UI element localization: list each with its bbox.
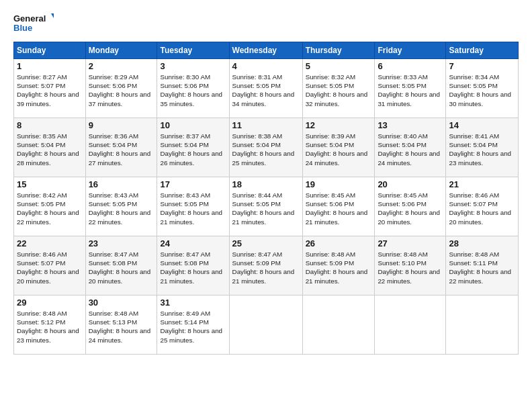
calendar-cell: 11Sunrise: 8:38 AMSunset: 5:04 PMDayligh… — [229, 118, 302, 177]
day-number: 11 — [232, 120, 300, 130]
calendar-cell: 5Sunrise: 8:32 AMSunset: 5:05 PMDaylight… — [302, 59, 375, 118]
calendar-cell: 28Sunrise: 8:48 AMSunset: 5:11 PMDayligh… — [446, 236, 519, 295]
day-info: Sunrise: 8:33 AMSunset: 5:05 PMDaylight:… — [378, 73, 443, 108]
day-number: 23 — [89, 238, 154, 248]
calendar-body: 1Sunrise: 8:27 AMSunset: 5:07 PMDaylight… — [14, 59, 519, 355]
calendar-cell: 6Sunrise: 8:33 AMSunset: 5:05 PMDaylight… — [375, 59, 446, 118]
day-info: Sunrise: 8:41 AMSunset: 5:04 PMDaylight:… — [449, 132, 515, 167]
calendar-cell: 23Sunrise: 8:47 AMSunset: 5:08 PMDayligh… — [85, 236, 157, 295]
weekday-thursday: Thursday — [302, 42, 375, 59]
day-info: Sunrise: 8:32 AMSunset: 5:05 PMDaylight:… — [306, 73, 372, 108]
calendar-cell: 31Sunrise: 8:49 AMSunset: 5:14 PMDayligh… — [157, 295, 229, 355]
svg-text:General: General — [13, 13, 46, 24]
calendar-cell: 3Sunrise: 8:30 AMSunset: 5:06 PMDaylight… — [157, 59, 229, 118]
calendar-cell: 15Sunrise: 8:42 AMSunset: 5:05 PMDayligh… — [14, 177, 86, 236]
day-number: 17 — [160, 179, 226, 189]
day-number: 20 — [378, 179, 443, 189]
calendar-cell — [229, 295, 302, 355]
day-info: Sunrise: 8:35 AMSunset: 5:04 PMDaylight:… — [17, 132, 83, 167]
day-number: 4 — [232, 61, 300, 71]
logo: General Blue — [13, 11, 54, 35]
day-info: Sunrise: 8:43 AMSunset: 5:05 PMDaylight:… — [89, 191, 154, 226]
calendar-cell: 22Sunrise: 8:46 AMSunset: 5:07 PMDayligh… — [14, 236, 86, 295]
day-number: 3 — [160, 61, 226, 71]
day-info: Sunrise: 8:39 AMSunset: 5:04 PMDaylight:… — [306, 132, 372, 167]
calendar-cell: 20Sunrise: 8:45 AMSunset: 5:06 PMDayligh… — [375, 177, 446, 236]
day-info: Sunrise: 8:48 AMSunset: 5:12 PMDaylight:… — [17, 309, 83, 345]
week-row-1: 1Sunrise: 8:27 AMSunset: 5:07 PMDaylight… — [14, 59, 519, 118]
day-number: 9 — [89, 120, 154, 130]
day-info: Sunrise: 8:47 AMSunset: 5:08 PMDaylight:… — [160, 250, 226, 285]
day-info: Sunrise: 8:34 AMSunset: 5:05 PMDaylight:… — [449, 73, 515, 108]
day-number: 21 — [449, 179, 515, 189]
calendar-cell — [446, 295, 519, 355]
day-number: 26 — [306, 238, 372, 248]
week-row-5: 29Sunrise: 8:48 AMSunset: 5:12 PMDayligh… — [14, 295, 519, 355]
day-info: Sunrise: 8:40 AMSunset: 5:04 PMDaylight:… — [378, 132, 443, 167]
weekday-tuesday: Tuesday — [157, 42, 229, 59]
calendar-cell: 24Sunrise: 8:47 AMSunset: 5:08 PMDayligh… — [157, 236, 229, 295]
day-number: 8 — [17, 120, 83, 130]
calendar-table: SundayMondayTuesdayWednesdayThursdayFrid… — [13, 42, 519, 355]
day-number: 14 — [449, 120, 515, 130]
weekday-friday: Friday — [375, 42, 446, 59]
day-info: Sunrise: 8:43 AMSunset: 5:05 PMDaylight:… — [160, 191, 226, 226]
calendar-cell: 27Sunrise: 8:48 AMSunset: 5:10 PMDayligh… — [375, 236, 446, 295]
calendar-cell: 2Sunrise: 8:29 AMSunset: 5:06 PMDaylight… — [85, 59, 157, 118]
calendar-cell: 10Sunrise: 8:37 AMSunset: 5:04 PMDayligh… — [157, 118, 229, 177]
calendar-cell: 13Sunrise: 8:40 AMSunset: 5:04 PMDayligh… — [375, 118, 446, 177]
day-number: 12 — [306, 120, 372, 130]
day-info: Sunrise: 8:37 AMSunset: 5:04 PMDaylight:… — [160, 132, 226, 167]
calendar-cell: 29Sunrise: 8:48 AMSunset: 5:12 PMDayligh… — [14, 295, 86, 355]
calendar-cell: 16Sunrise: 8:43 AMSunset: 5:05 PMDayligh… — [85, 177, 157, 236]
calendar-cell: 19Sunrise: 8:45 AMSunset: 5:06 PMDayligh… — [302, 177, 375, 236]
day-info: Sunrise: 8:46 AMSunset: 5:07 PMDaylight:… — [17, 250, 83, 285]
day-info: Sunrise: 8:38 AMSunset: 5:04 PMDaylight:… — [232, 132, 300, 167]
calendar-cell: 12Sunrise: 8:39 AMSunset: 5:04 PMDayligh… — [302, 118, 375, 177]
day-info: Sunrise: 8:47 AMSunset: 5:09 PMDaylight:… — [232, 250, 300, 285]
day-info: Sunrise: 8:48 AMSunset: 5:09 PMDaylight:… — [306, 250, 372, 285]
day-info: Sunrise: 8:27 AMSunset: 5:07 PMDaylight:… — [17, 73, 83, 108]
week-row-3: 15Sunrise: 8:42 AMSunset: 5:05 PMDayligh… — [14, 177, 519, 236]
day-number: 2 — [89, 61, 154, 71]
weekday-saturday: Saturday — [446, 42, 519, 59]
day-info: Sunrise: 8:44 AMSunset: 5:05 PMDaylight:… — [232, 191, 300, 226]
week-row-2: 8Sunrise: 8:35 AMSunset: 5:04 PMDaylight… — [14, 118, 519, 177]
day-info: Sunrise: 8:48 AMSunset: 5:11 PMDaylight:… — [449, 250, 515, 285]
day-number: 22 — [17, 238, 83, 248]
calendar-cell: 4Sunrise: 8:31 AMSunset: 5:05 PMDaylight… — [229, 59, 302, 118]
day-info: Sunrise: 8:30 AMSunset: 5:06 PMDaylight:… — [160, 73, 226, 108]
day-info: Sunrise: 8:49 AMSunset: 5:14 PMDaylight:… — [160, 309, 226, 345]
logo-svg: General Blue — [13, 11, 54, 35]
day-info: Sunrise: 8:42 AMSunset: 5:05 PMDaylight:… — [17, 191, 83, 226]
calendar-cell: 26Sunrise: 8:48 AMSunset: 5:09 PMDayligh… — [302, 236, 375, 295]
weekday-wednesday: Wednesday — [229, 42, 302, 59]
calendar-cell: 17Sunrise: 8:43 AMSunset: 5:05 PMDayligh… — [157, 177, 229, 236]
day-number: 29 — [17, 298, 83, 308]
header: General Blue — [13, 11, 519, 35]
day-number: 25 — [232, 238, 300, 248]
day-info: Sunrise: 8:48 AMSunset: 5:13 PMDaylight:… — [89, 309, 154, 345]
weekday-header-row: SundayMondayTuesdayWednesdayThursdayFrid… — [14, 42, 519, 59]
calendar-cell: 8Sunrise: 8:35 AMSunset: 5:04 PMDaylight… — [14, 118, 86, 177]
calendar-cell: 18Sunrise: 8:44 AMSunset: 5:05 PMDayligh… — [229, 177, 302, 236]
day-number: 6 — [378, 61, 443, 71]
day-number: 10 — [160, 120, 226, 130]
calendar-cell: 9Sunrise: 8:36 AMSunset: 5:04 PMDaylight… — [85, 118, 157, 177]
day-info: Sunrise: 8:48 AMSunset: 5:10 PMDaylight:… — [378, 250, 443, 285]
day-number: 15 — [17, 179, 83, 189]
day-info: Sunrise: 8:45 AMSunset: 5:06 PMDaylight:… — [306, 191, 372, 226]
calendar-cell: 30Sunrise: 8:48 AMSunset: 5:13 PMDayligh… — [85, 295, 157, 355]
day-number: 7 — [449, 61, 515, 71]
day-number: 18 — [232, 179, 300, 189]
day-info: Sunrise: 8:46 AMSunset: 5:07 PMDaylight:… — [449, 191, 515, 226]
day-number: 30 — [89, 298, 154, 308]
weekday-sunday: Sunday — [14, 42, 86, 59]
day-info: Sunrise: 8:31 AMSunset: 5:05 PMDaylight:… — [232, 73, 300, 108]
day-number: 1 — [17, 61, 83, 71]
page: General Blue SundayMondayTuesdayWednesda… — [0, 0, 532, 361]
day-info: Sunrise: 8:47 AMSunset: 5:08 PMDaylight:… — [89, 250, 154, 285]
svg-text:Blue: Blue — [13, 23, 32, 33]
week-row-4: 22Sunrise: 8:46 AMSunset: 5:07 PMDayligh… — [14, 236, 519, 295]
day-number: 16 — [89, 179, 154, 189]
